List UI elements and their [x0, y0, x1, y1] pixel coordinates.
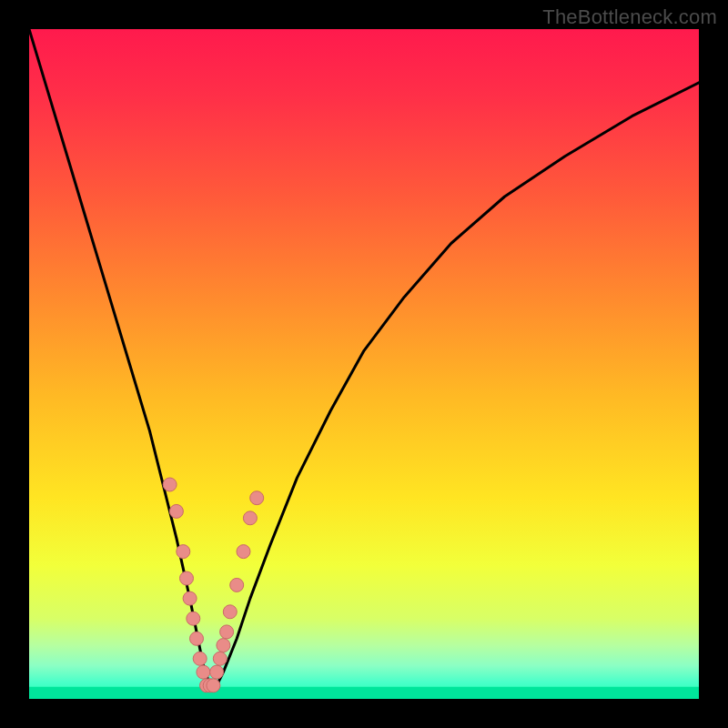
- curve-marker: [193, 652, 207, 665]
- curve-marker: [243, 511, 257, 525]
- curve-marker: [163, 478, 177, 491]
- curve-marker: [183, 592, 197, 605]
- curve-marker: [230, 578, 244, 592]
- bottom-green-band: [29, 687, 699, 699]
- curve-marker: [190, 632, 204, 645]
- curve-marker: [197, 665, 210, 679]
- curve-marker: [207, 679, 220, 693]
- curve-marker: [220, 625, 234, 639]
- watermark-label: TheBottleneck.com: [542, 5, 717, 29]
- curve-marker: [213, 652, 227, 665]
- curve-marker: [217, 639, 230, 652]
- plot-svg: [29, 29, 699, 699]
- curve-marker: [169, 504, 183, 518]
- curve-marker: [187, 612, 200, 625]
- curve-marker: [250, 491, 264, 505]
- curve-marker: [223, 605, 237, 619]
- curve-marker: [237, 545, 250, 559]
- curve-marker: [180, 571, 194, 585]
- plot-area: [29, 29, 699, 699]
- curve-marker: [210, 665, 224, 679]
- curve-marker: [177, 545, 190, 559]
- chart-frame: TheBottleneck.com: [0, 0, 728, 728]
